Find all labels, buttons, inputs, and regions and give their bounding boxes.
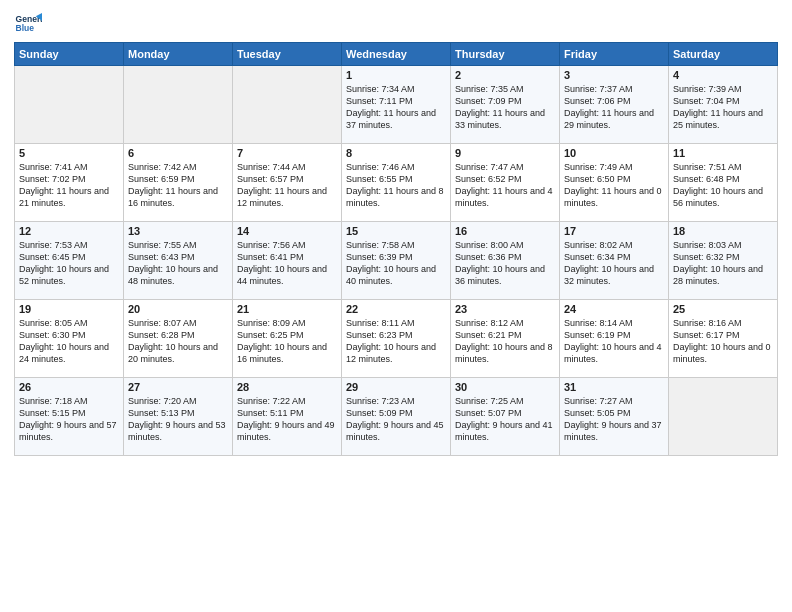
col-header-tuesday: Tuesday (233, 43, 342, 66)
calendar-cell: 29Sunrise: 7:23 AM Sunset: 5:09 PM Dayli… (342, 378, 451, 456)
calendar-cell: 3Sunrise: 7:37 AM Sunset: 7:06 PM Daylig… (560, 66, 669, 144)
day-number: 10 (564, 147, 664, 159)
col-header-thursday: Thursday (451, 43, 560, 66)
cell-info: Sunrise: 8:07 AM Sunset: 6:28 PM Dayligh… (128, 317, 228, 366)
cell-info: Sunrise: 8:05 AM Sunset: 6:30 PM Dayligh… (19, 317, 119, 366)
day-number: 28 (237, 381, 337, 393)
cell-info: Sunrise: 7:35 AM Sunset: 7:09 PM Dayligh… (455, 83, 555, 132)
cell-info: Sunrise: 7:51 AM Sunset: 6:48 PM Dayligh… (673, 161, 773, 210)
cell-info: Sunrise: 7:25 AM Sunset: 5:07 PM Dayligh… (455, 395, 555, 444)
calendar-cell: 25Sunrise: 8:16 AM Sunset: 6:17 PM Dayli… (669, 300, 778, 378)
logo-icon: General Blue (14, 10, 42, 38)
cell-info: Sunrise: 7:53 AM Sunset: 6:45 PM Dayligh… (19, 239, 119, 288)
cell-info: Sunrise: 8:00 AM Sunset: 6:36 PM Dayligh… (455, 239, 555, 288)
day-number: 9 (455, 147, 555, 159)
calendar-cell: 17Sunrise: 8:02 AM Sunset: 6:34 PM Dayli… (560, 222, 669, 300)
cell-info: Sunrise: 7:20 AM Sunset: 5:13 PM Dayligh… (128, 395, 228, 444)
calendar-cell (124, 66, 233, 144)
calendar-cell: 11Sunrise: 7:51 AM Sunset: 6:48 PM Dayli… (669, 144, 778, 222)
day-number: 14 (237, 225, 337, 237)
cell-info: Sunrise: 7:39 AM Sunset: 7:04 PM Dayligh… (673, 83, 773, 132)
day-number: 19 (19, 303, 119, 315)
day-number: 3 (564, 69, 664, 81)
cell-info: Sunrise: 8:16 AM Sunset: 6:17 PM Dayligh… (673, 317, 773, 366)
calendar-cell (15, 66, 124, 144)
col-header-saturday: Saturday (669, 43, 778, 66)
day-number: 20 (128, 303, 228, 315)
day-number: 13 (128, 225, 228, 237)
cell-info: Sunrise: 7:55 AM Sunset: 6:43 PM Dayligh… (128, 239, 228, 288)
day-number: 27 (128, 381, 228, 393)
calendar-cell: 5Sunrise: 7:41 AM Sunset: 7:02 PM Daylig… (15, 144, 124, 222)
cell-info: Sunrise: 7:37 AM Sunset: 7:06 PM Dayligh… (564, 83, 664, 132)
calendar-cell: 26Sunrise: 7:18 AM Sunset: 5:15 PM Dayli… (15, 378, 124, 456)
calendar-cell: 16Sunrise: 8:00 AM Sunset: 6:36 PM Dayli… (451, 222, 560, 300)
day-number: 25 (673, 303, 773, 315)
cell-info: Sunrise: 7:46 AM Sunset: 6:55 PM Dayligh… (346, 161, 446, 210)
cell-info: Sunrise: 7:49 AM Sunset: 6:50 PM Dayligh… (564, 161, 664, 210)
calendar-cell: 28Sunrise: 7:22 AM Sunset: 5:11 PM Dayli… (233, 378, 342, 456)
cell-info: Sunrise: 8:03 AM Sunset: 6:32 PM Dayligh… (673, 239, 773, 288)
calendar-cell: 18Sunrise: 8:03 AM Sunset: 6:32 PM Dayli… (669, 222, 778, 300)
header: General Blue (14, 10, 778, 38)
day-number: 26 (19, 381, 119, 393)
calendar-cell: 21Sunrise: 8:09 AM Sunset: 6:25 PM Dayli… (233, 300, 342, 378)
cell-info: Sunrise: 8:02 AM Sunset: 6:34 PM Dayligh… (564, 239, 664, 288)
calendar-cell: 8Sunrise: 7:46 AM Sunset: 6:55 PM Daylig… (342, 144, 451, 222)
calendar-header: SundayMondayTuesdayWednesdayThursdayFrid… (15, 43, 778, 66)
calendar-cell: 14Sunrise: 7:56 AM Sunset: 6:41 PM Dayli… (233, 222, 342, 300)
day-number: 11 (673, 147, 773, 159)
calendar-cell: 13Sunrise: 7:55 AM Sunset: 6:43 PM Dayli… (124, 222, 233, 300)
col-header-monday: Monday (124, 43, 233, 66)
calendar-cell: 9Sunrise: 7:47 AM Sunset: 6:52 PM Daylig… (451, 144, 560, 222)
calendar-cell: 19Sunrise: 8:05 AM Sunset: 6:30 PM Dayli… (15, 300, 124, 378)
day-number: 7 (237, 147, 337, 159)
cell-info: Sunrise: 7:56 AM Sunset: 6:41 PM Dayligh… (237, 239, 337, 288)
calendar-cell: 15Sunrise: 7:58 AM Sunset: 6:39 PM Dayli… (342, 222, 451, 300)
cell-info: Sunrise: 7:42 AM Sunset: 6:59 PM Dayligh… (128, 161, 228, 210)
day-number: 12 (19, 225, 119, 237)
day-number: 23 (455, 303, 555, 315)
cell-info: Sunrise: 7:47 AM Sunset: 6:52 PM Dayligh… (455, 161, 555, 210)
calendar-cell: 7Sunrise: 7:44 AM Sunset: 6:57 PM Daylig… (233, 144, 342, 222)
day-number: 16 (455, 225, 555, 237)
cell-info: Sunrise: 7:27 AM Sunset: 5:05 PM Dayligh… (564, 395, 664, 444)
day-number: 6 (128, 147, 228, 159)
day-number: 2 (455, 69, 555, 81)
day-number: 31 (564, 381, 664, 393)
calendar-cell: 27Sunrise: 7:20 AM Sunset: 5:13 PM Dayli… (124, 378, 233, 456)
calendar-cell: 23Sunrise: 8:12 AM Sunset: 6:21 PM Dayli… (451, 300, 560, 378)
col-header-friday: Friday (560, 43, 669, 66)
logo: General Blue (14, 10, 46, 38)
col-header-wednesday: Wednesday (342, 43, 451, 66)
day-number: 24 (564, 303, 664, 315)
calendar-cell: 2Sunrise: 7:35 AM Sunset: 7:09 PM Daylig… (451, 66, 560, 144)
calendar-cell: 10Sunrise: 7:49 AM Sunset: 6:50 PM Dayli… (560, 144, 669, 222)
svg-text:Blue: Blue (16, 23, 35, 33)
page-container: General Blue SundayMondayTuesdayWednesda… (0, 0, 792, 462)
calendar-cell: 12Sunrise: 7:53 AM Sunset: 6:45 PM Dayli… (15, 222, 124, 300)
day-number: 29 (346, 381, 446, 393)
calendar-cell (669, 378, 778, 456)
day-number: 18 (673, 225, 773, 237)
cell-info: Sunrise: 7:41 AM Sunset: 7:02 PM Dayligh… (19, 161, 119, 210)
cell-info: Sunrise: 7:22 AM Sunset: 5:11 PM Dayligh… (237, 395, 337, 444)
cell-info: Sunrise: 8:09 AM Sunset: 6:25 PM Dayligh… (237, 317, 337, 366)
calendar-cell: 20Sunrise: 8:07 AM Sunset: 6:28 PM Dayli… (124, 300, 233, 378)
calendar-cell: 22Sunrise: 8:11 AM Sunset: 6:23 PM Dayli… (342, 300, 451, 378)
day-number: 8 (346, 147, 446, 159)
calendar-cell: 4Sunrise: 7:39 AM Sunset: 7:04 PM Daylig… (669, 66, 778, 144)
day-number: 1 (346, 69, 446, 81)
calendar-cell: 31Sunrise: 7:27 AM Sunset: 5:05 PM Dayli… (560, 378, 669, 456)
calendar-cell: 30Sunrise: 7:25 AM Sunset: 5:07 PM Dayli… (451, 378, 560, 456)
calendar-cell: 1Sunrise: 7:34 AM Sunset: 7:11 PM Daylig… (342, 66, 451, 144)
cell-info: Sunrise: 7:23 AM Sunset: 5:09 PM Dayligh… (346, 395, 446, 444)
day-number: 4 (673, 69, 773, 81)
day-number: 22 (346, 303, 446, 315)
cell-info: Sunrise: 8:11 AM Sunset: 6:23 PM Dayligh… (346, 317, 446, 366)
day-number: 15 (346, 225, 446, 237)
day-number: 5 (19, 147, 119, 159)
calendar-cell: 6Sunrise: 7:42 AM Sunset: 6:59 PM Daylig… (124, 144, 233, 222)
cell-info: Sunrise: 8:14 AM Sunset: 6:19 PM Dayligh… (564, 317, 664, 366)
cell-info: Sunrise: 7:44 AM Sunset: 6:57 PM Dayligh… (237, 161, 337, 210)
